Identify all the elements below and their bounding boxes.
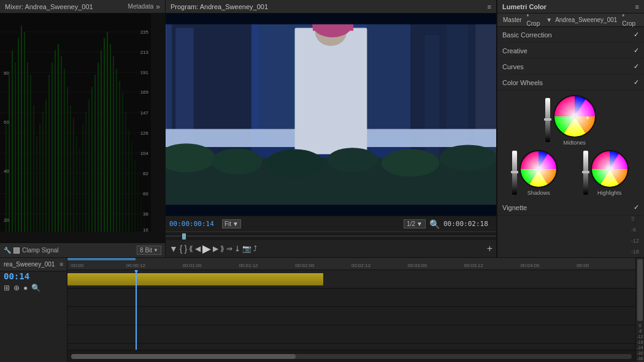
waveform-svg: 235 213 191 169 147 126 104 82 60 38 16 … <box>0 13 151 232</box>
timeline-tool-icon-4[interactable]: 🔍 <box>31 284 40 292</box>
timeline-panel: rea_Sweeney_001 ≡ 00:14 ⊞ ⊕ ● 🔍 :00:00 0… <box>0 257 644 362</box>
waveform-footer: 🔧 Clamp Signal 8 Bit ▼ <box>0 243 165 257</box>
metadata-button[interactable]: Metadata <box>128 3 154 10</box>
bit-dropdown[interactable]: 8 Bit ▼ <box>137 246 161 255</box>
svg-text:60: 60 <box>143 191 148 197</box>
ruler-label-7: 00:03:12 <box>464 263 521 268</box>
creative-checkmark: ✓ <box>634 47 639 55</box>
shadows-wheel-container: Shadows <box>519 149 558 196</box>
timeline-tool-icon-1[interactable]: ⊞ <box>4 284 10 292</box>
lumetri-tab-bar: Master * Crop ▼ Andrea_Sweeney_001 * Cro… <box>497 13 644 27</box>
highlights-label: Highlights <box>597 190 622 196</box>
svg-text:191: 191 <box>140 70 149 75</box>
lumetri-panel-title: Lumetri Color <box>502 3 546 10</box>
brace-close-icon[interactable]: } <box>185 244 188 254</box>
program-monitor-title: Program: Andrea_Sweeney_001 <box>171 3 268 10</box>
lumetri-clip-tab[interactable]: Andrea_Sweeney_001 <box>553 16 619 24</box>
quality-dropdown[interactable]: 1/2 ▼ <box>404 219 426 228</box>
go-to-out-icon[interactable]: ⟫ <box>220 244 224 253</box>
program-monitor-panel: Program: Andrea_Sweeney_001 ≡ <box>166 0 497 257</box>
shadows-wheel-group: Shadows <box>512 149 558 196</box>
step-forward-icon[interactable]: ▶ <box>213 244 218 253</box>
playbar[interactable] <box>166 232 496 240</box>
ruler-label-2: 00:01:00 <box>183 263 239 268</box>
creative-section[interactable]: Creative ✓ <box>497 43 644 59</box>
svg-point-112 <box>608 167 611 171</box>
scale-label-30: -30 <box>637 351 643 355</box>
v-scrollbar[interactable] <box>637 259 643 321</box>
fit-dropdown[interactable]: Fit ▼ <box>222 219 241 228</box>
ruler-label-8: 00:04:00 <box>520 263 577 268</box>
scale-label-12: -12 <box>637 334 643 339</box>
overwrite-icon[interactable]: ⤓ <box>234 244 240 253</box>
mark-in-icon[interactable]: ▼ <box>169 244 178 254</box>
highlights-color-wheel[interactable] <box>590 149 629 189</box>
lumetri-crop-star-tab[interactable]: * Crop <box>525 13 545 28</box>
program-monitor-menu-icon[interactable]: ≡ <box>488 3 491 10</box>
svg-text:60: 60 <box>4 119 9 125</box>
h-scrollbar[interactable] <box>71 354 632 359</box>
midtones-color-wheel[interactable]: + <box>553 94 597 138</box>
ruler-label-9: 00:00 <box>577 263 633 268</box>
timeline-track-4 <box>67 325 635 344</box>
scale-label-18: -18 <box>637 340 643 344</box>
color-wheels-checkmark: ✓ <box>634 78 639 86</box>
play-button[interactable]: ▶ <box>202 242 211 255</box>
waveform-display: 235 213 191 169 147 126 104 82 60 38 16 … <box>0 13 165 243</box>
lumetri-master-tab[interactable]: Master <box>501 16 524 24</box>
scale-label-0: 0 <box>639 323 642 328</box>
playhead-thumb[interactable] <box>182 233 186 239</box>
clamp-signal-label: Clamp Signal <box>22 247 58 254</box>
lumetri-tab-arrow[interactable]: ▼ <box>546 17 552 23</box>
timeline-track-area: :00:00 00:00:12 00:01:00 00:01:12 00:02:… <box>67 258 635 362</box>
program-monitor-header: Program: Andrea_Sweeney_001 ≡ <box>166 0 496 13</box>
brace-open-icon[interactable]: { <box>180 244 183 254</box>
svg-text:40: 40 <box>4 168 9 174</box>
timeline-sidebar: rea_Sweeney_001 ≡ 00:14 ⊞ ⊕ ● 🔍 <box>0 258 67 362</box>
timeline-sequence-menu[interactable]: ≡ <box>59 261 63 268</box>
timeline-track-1 <box>67 270 635 288</box>
svg-point-108 <box>537 167 540 171</box>
svg-text:147: 147 <box>140 110 149 116</box>
vignette-label: Vignette <box>502 204 527 211</box>
curves-section[interactable]: Curves ✓ <box>497 59 644 75</box>
timeline-tool-icon-3[interactable]: ● <box>23 284 28 292</box>
wrench-icon[interactable]: 🔧 <box>4 247 11 254</box>
shadows-slider[interactable] <box>512 151 517 195</box>
svg-point-103 <box>572 114 577 119</box>
shadows-highlights-row: Shadows <box>500 149 642 196</box>
timeline-tool-icon-2[interactable]: ⊕ <box>13 284 20 292</box>
go-to-in-icon[interactable]: ⟪ <box>189 244 193 253</box>
timeline-ruler: :00:00 00:00:12 00:01:00 00:01:12 00:02:… <box>67 258 635 270</box>
curves-label: Curves <box>502 63 524 70</box>
lumetri-color-panel: Lumetri Color ≡ Master * Crop ▼ Andrea_S… <box>497 0 644 257</box>
lumetri-menu-icon[interactable]: ≡ <box>635 3 639 10</box>
highlights-slider[interactable] <box>583 151 588 195</box>
lumetri-sections-list: Basic Correction ✓ Creative ✓ Curves ✓ C… <box>497 27 644 257</box>
timeline-playhead[interactable] <box>136 270 137 350</box>
waveform-panel: Mixer: Andrea_Sweeney_001 Metadata » <box>0 0 166 257</box>
highlights-wheel-container: Highlights <box>590 149 629 196</box>
transport-controls: ▼ { } ⟪ ◀ ▶ ▶ ⟫ ⇒ ⤓ 📷 ⤴ + <box>166 240 496 257</box>
video-clip-bar[interactable] <box>67 273 323 285</box>
add-button[interactable]: + <box>487 243 493 254</box>
color-wheels-section-header[interactable]: Color Wheels ✓ <box>497 75 644 91</box>
expand-icon[interactable]: » <box>156 2 160 11</box>
ruler-label-4: 00:02:00 <box>295 263 351 268</box>
export-icon[interactable]: ⤴ <box>253 244 257 253</box>
clamp-signal-checkbox[interactable] <box>13 247 20 254</box>
midtones-slider[interactable] <box>545 98 550 142</box>
svg-rect-0 <box>0 13 151 232</box>
camera-icon[interactable]: 📷 <box>242 244 251 253</box>
lumetri-clip-crop-tab[interactable]: * Crop <box>620 13 640 28</box>
step-back-icon[interactable]: ◀ <box>195 244 201 253</box>
shadows-color-wheel[interactable] <box>519 149 558 189</box>
fit-dropdown-arrow: ▼ <box>232 221 239 227</box>
timeline-scrollbar <box>67 350 635 362</box>
basic-correction-section[interactable]: Basic Correction ✓ <box>497 27 644 43</box>
h-scrollbar-thumb[interactable] <box>71 354 296 359</box>
vignette-section[interactable]: Vignette ✓ <box>497 200 644 216</box>
zoom-icon[interactable]: 🔍 <box>429 219 440 229</box>
svg-rect-99 <box>166 13 496 216</box>
insert-icon[interactable]: ⇒ <box>226 244 232 253</box>
